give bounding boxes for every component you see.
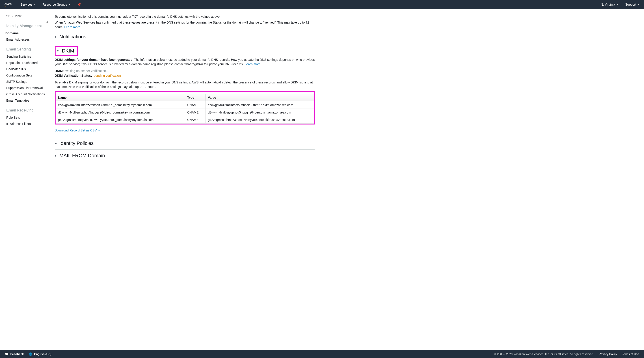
- global-nav: aws⌣ Services ▼ Resource Groups ▼ 📌 N. V…: [0, 0, 644, 9]
- nav-services-label: Services: [20, 3, 32, 6]
- speech-bubble-icon: 💬: [5, 352, 8, 356]
- footer-copyright: © 2008 - 2020, Amazon Web Services, Inc.…: [494, 352, 594, 356]
- aws-logo[interactable]: aws⌣: [4, 3, 12, 6]
- pin-icon[interactable]: 📌: [77, 3, 81, 6]
- sidebar-email-templates[interactable]: Email Templates: [6, 97, 47, 104]
- dkim-value: waiting on sender verification...: [66, 69, 108, 73]
- nav-resource-groups[interactable]: Resource Groups ▼: [42, 3, 70, 6]
- nav-region[interactable]: N. Virginia ▼: [601, 3, 618, 6]
- triangle-right-icon: ▶: [55, 154, 57, 157]
- footer-terms-link[interactable]: Terms of Use: [622, 352, 639, 356]
- chevron-down-icon: ▼: [68, 3, 70, 6]
- cell-value: eccwgbvm46mzihfdaz2mhselt32fhm57.dkim.am…: [206, 101, 314, 109]
- table-row: d3wiwm4yvlbsiyqphdu5nupqjrz64deu._domain…: [56, 109, 314, 116]
- cell-name: g42zzgmzcmhmqz3msoz7vdnyyot4eete._domain…: [56, 116, 185, 123]
- sidebar-smtp-settings[interactable]: SMTP Settings: [6, 79, 47, 85]
- chevron-down-icon: ▼: [34, 3, 36, 6]
- section-mail-from[interactable]: ▶ MAIL FROM Domain: [55, 150, 315, 162]
- dkim-learn-more-link[interactable]: Learn more: [244, 62, 260, 66]
- footer-language[interactable]: 🌐 English (US): [29, 352, 51, 356]
- download-csv-link[interactable]: Download Record Set as CSV ››: [55, 129, 100, 132]
- sidebar-sending-statistics[interactable]: Sending Statistics: [6, 53, 47, 60]
- dkim-records-table: Name Type Value eccwgbvm46mzihfdaz2mhsel…: [56, 94, 314, 124]
- intro-learn-more-link[interactable]: Learn more: [64, 25, 80, 29]
- dkim-generated-text: DKIM settings for your domain have been …: [55, 58, 315, 67]
- section-dkim-title: DKIM: [62, 48, 74, 54]
- section-identity-policies[interactable]: ▶ Identity Policies: [55, 137, 315, 150]
- th-type: Type: [185, 94, 206, 101]
- cell-type: CNAME: [185, 101, 206, 109]
- sidebar-cat-identity: Identity Management: [6, 23, 47, 30]
- sidebar-suppression-list[interactable]: Suppression List Removal: [6, 85, 47, 91]
- section-dkim-toggle[interactable]: ▼ DKIM: [56, 48, 74, 54]
- cell-name: d3wiwm4yvlbsiyqphdu5nupqjrz64deu._domain…: [56, 109, 185, 116]
- footer-privacy-link[interactable]: Privacy Policy: [599, 352, 617, 356]
- nav-services[interactable]: Services ▼: [20, 3, 36, 6]
- section-dkim: ▼ DKIM DKIM settings for your domain hav…: [55, 43, 315, 137]
- cell-type: CNAME: [185, 109, 206, 116]
- th-name: Name: [56, 94, 185, 101]
- dkim-status-row: DKIM: waiting on sender verification... …: [55, 69, 315, 78]
- globe-icon: 🌐: [29, 352, 32, 356]
- sidebar-rule-sets[interactable]: Rule Sets: [6, 114, 47, 121]
- dkim-verification-value: pending verification: [94, 74, 121, 77]
- dkim-generated-bold: DKIM settings for your domain have been …: [55, 58, 133, 62]
- sidebar-cat-receiving: Email Receiving: [6, 107, 47, 114]
- chevron-down-icon: ▼: [638, 3, 640, 6]
- sidebar-email-addresses[interactable]: Email Addresses: [6, 36, 47, 43]
- nav-region-label: N. Virginia: [601, 3, 615, 6]
- section-notifications[interactable]: ▶ Notifications: [55, 31, 315, 43]
- footer-feedback[interactable]: 💬 Feedback: [5, 352, 24, 356]
- highlight-dkim-table: Name Type Value eccwgbvm46mzihfdaz2mhsel…: [55, 91, 315, 125]
- cell-type: CNAME: [185, 116, 206, 123]
- dkim-label: DKIM:: [55, 69, 64, 73]
- sidebar: ◀ SES Home Identity Management Domains E…: [0, 9, 47, 350]
- section-mail-from-title: MAIL FROM Domain: [60, 153, 105, 159]
- sidebar-dedicated-ips[interactable]: Dedicated IPs: [6, 66, 47, 72]
- sidebar-ses-home[interactable]: SES Home: [6, 13, 47, 19]
- intro-text-2-body: When Amazon Web Services has confirmed t…: [55, 21, 309, 29]
- sidebar-cat-sending: Email Sending: [6, 46, 47, 53]
- th-value: Value: [206, 94, 314, 101]
- table-row: eccwgbvm46mzihfdaz2mhselt32fhm57._domain…: [56, 101, 314, 109]
- sidebar-cross-account[interactable]: Cross-Account Notifications: [6, 91, 47, 97]
- nav-support[interactable]: Support ▼: [625, 3, 640, 6]
- section-notifications-title: Notifications: [60, 34, 86, 40]
- footer-language-label: English (US): [34, 352, 51, 356]
- cell-value: g42zzgmzcmhmqz3msoz7vdnyyot4eete.dkim.am…: [206, 116, 314, 123]
- sidebar-configuration-sets[interactable]: Configuration Sets: [6, 72, 47, 79]
- section-identity-policies-title: Identity Policies: [60, 140, 94, 146]
- sidebar-reputation-dashboard[interactable]: Reputation Dashboard: [6, 60, 47, 66]
- triangle-down-icon: ▼: [56, 49, 59, 53]
- chevron-down-icon: ▼: [616, 3, 618, 6]
- intro-text-2: When Amazon Web Services has confirmed t…: [55, 20, 315, 29]
- intro-text-1: To complete verification of this domain,…: [55, 14, 315, 19]
- footer-feedback-label: Feedback: [10, 352, 24, 356]
- sidebar-domains[interactable]: Domains: [3, 30, 47, 36]
- cell-value: d3wiwm4yvlbsiyqphdu5nupqjrz64deu.dkim.am…: [206, 109, 314, 116]
- nav-support-label: Support: [625, 3, 636, 6]
- table-row: g42zzgmzcmhmqz3msoz7vdnyyot4eete._domain…: [56, 116, 314, 123]
- sidebar-collapse-toggle[interactable]: ◀: [45, 18, 49, 26]
- sidebar-ip-filters[interactable]: IP Address Filters: [6, 121, 47, 127]
- main-content: To complete verification of this domain,…: [47, 9, 323, 350]
- cell-name: eccwgbvm46mzihfdaz2mhselt32fhm57._domain…: [56, 101, 185, 109]
- table-header-row: Name Type Value: [56, 94, 314, 101]
- dkim-verification-label: DKIM Verification Status:: [55, 74, 92, 77]
- triangle-right-icon: ▶: [55, 35, 57, 38]
- dkim-enable-text: To enable DKIM signing for your domain, …: [55, 80, 315, 89]
- footer-bar: 💬 Feedback 🌐 English (US) © 2008 - 2020,…: [0, 350, 644, 358]
- triangle-right-icon: ▶: [55, 142, 57, 145]
- nav-resource-groups-label: Resource Groups: [42, 3, 67, 6]
- highlight-dkim-header: ▼ DKIM: [55, 46, 78, 56]
